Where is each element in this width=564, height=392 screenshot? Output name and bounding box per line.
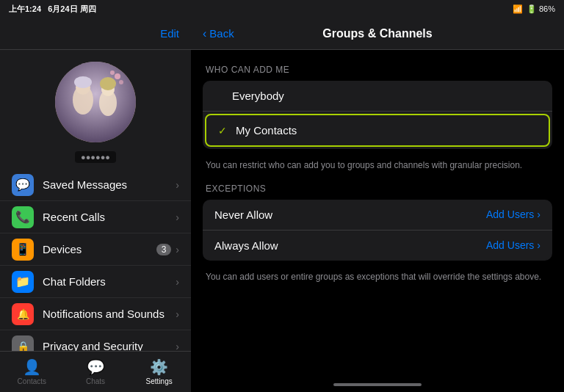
recent-calls-label: Recent Calls bbox=[43, 211, 176, 223]
chats-tab-icon: 💬 bbox=[87, 358, 105, 376]
svg-point-9 bbox=[119, 80, 123, 84]
svg-point-6 bbox=[100, 77, 116, 90]
tab-contacts[interactable]: 👤 Contacts bbox=[0, 358, 64, 385]
battery-icon: 🔋 86% bbox=[527, 4, 555, 14]
svg-point-7 bbox=[115, 73, 120, 79]
always-allow-add-users[interactable]: Add Users › bbox=[486, 239, 540, 251]
sidebar-item-recent-calls[interactable]: 📞 Recent Calls › bbox=[0, 201, 191, 233]
svg-point-5 bbox=[74, 76, 92, 88]
privacy-label: Privacy and Security bbox=[43, 340, 176, 351]
option-my-contacts[interactable]: ✓ My Contacts bbox=[205, 114, 550, 147]
sidebar-item-devices[interactable]: 📱 Devices 3 › bbox=[0, 233, 191, 266]
back-label: Back bbox=[209, 27, 234, 40]
never-allow-label: Never Allow bbox=[214, 208, 486, 221]
settings-tab-label: Settings bbox=[146, 377, 173, 385]
back-chevron-icon: ‹ bbox=[203, 27, 206, 40]
sidebar-item-privacy[interactable]: 🔒 Privacy and Security › bbox=[0, 330, 191, 351]
home-indicator bbox=[191, 377, 564, 392]
chat-folders-icon: 📁 bbox=[12, 271, 34, 293]
tab-chats[interactable]: 💬 Chats bbox=[64, 358, 128, 385]
settings-tab-icon: ⚙️ bbox=[150, 358, 168, 376]
sidebar-item-notifications[interactable]: 🔔 Notifications and Sounds › bbox=[0, 298, 191, 330]
wifi-icon: 📶 bbox=[513, 4, 523, 14]
privacy-icon: 🔒 bbox=[12, 335, 34, 352]
status-bar: 上午1:24 6月24日 周四 📶 🔋 86% bbox=[0, 0, 564, 18]
add-users-chevron-icon: › bbox=[537, 239, 540, 251]
right-content: WHO CAN ADD ME ✓ Everybody ✓ My Contacts… bbox=[191, 50, 564, 377]
profile-name: ●●●●●● bbox=[75, 151, 116, 163]
devices-icon: 📱 bbox=[12, 239, 34, 261]
devices-badge: 3 bbox=[156, 244, 172, 255]
chat-folders-label: Chat Folders bbox=[43, 275, 176, 288]
who-can-add-group: ✓ Everybody ✓ My Contacts bbox=[203, 81, 552, 149]
right-header: ‹ Back Groups & Channels bbox=[191, 18, 564, 50]
right-panel: ‹ Back Groups & Channels WHO CAN ADD ME … bbox=[191, 18, 564, 392]
add-users-label: Add Users bbox=[486, 239, 534, 251]
sidebar-menu: 💬 Saved Messages › 📞 Recent Calls › 📱 De… bbox=[0, 169, 191, 351]
everybody-label: Everybody bbox=[232, 90, 284, 102]
my-contacts-label: My Contacts bbox=[236, 124, 297, 137]
tab-settings[interactable]: ⚙️ Settings bbox=[127, 358, 191, 385]
chats-tab-label: Chats bbox=[86, 377, 105, 385]
profile-section: ●●●●●● bbox=[0, 50, 191, 169]
chevron-icon: › bbox=[176, 341, 179, 352]
notifications-label: Notifications and Sounds bbox=[43, 308, 176, 320]
add-users-chevron-icon: › bbox=[537, 208, 540, 220]
recent-calls-icon: 📞 bbox=[12, 206, 34, 228]
sidebar: Edit bbox=[0, 18, 191, 392]
edit-button[interactable]: Edit bbox=[160, 27, 179, 40]
avatar[interactable] bbox=[55, 62, 136, 142]
never-allow-item[interactable]: Never Allow Add Users › bbox=[203, 200, 552, 231]
chevron-icon: › bbox=[176, 276, 179, 288]
status-time: 上午1:24 6月24日 周四 bbox=[9, 4, 96, 15]
saved-messages-icon: 💬 bbox=[12, 174, 34, 196]
svg-point-8 bbox=[110, 70, 115, 75]
saved-messages-label: Saved Messages bbox=[43, 178, 176, 191]
tab-bar: 👤 Contacts 💬 Chats ⚙️ Settings bbox=[0, 351, 191, 392]
option-everybody[interactable]: ✓ Everybody bbox=[203, 81, 552, 112]
status-indicators: 📶 🔋 86% bbox=[513, 4, 555, 14]
devices-label: Devices bbox=[43, 243, 156, 255]
my-contacts-check: ✓ bbox=[218, 125, 230, 137]
who-can-add-note: You can restrict who can add you to grou… bbox=[203, 155, 552, 184]
never-allow-add-users[interactable]: Add Users › bbox=[486, 208, 540, 220]
always-allow-label: Always Allow bbox=[214, 239, 486, 252]
svg-rect-0 bbox=[55, 62, 136, 142]
chevron-icon: › bbox=[176, 244, 179, 255]
chevron-icon: › bbox=[176, 308, 179, 320]
who-can-add-section-label: WHO CAN ADD ME bbox=[203, 65, 552, 75]
exceptions-group: Never Allow Add Users › Always Allow Add… bbox=[203, 200, 552, 261]
exceptions-note: You can add users or entire groups as ex… bbox=[203, 266, 552, 295]
avatar-image bbox=[55, 62, 136, 142]
sidebar-header: Edit bbox=[0, 18, 191, 50]
exceptions-section-label: EXCEPTIONS bbox=[203, 184, 552, 194]
sidebar-item-chat-folders[interactable]: 📁 Chat Folders › bbox=[0, 266, 191, 298]
chevron-icon: › bbox=[176, 211, 179, 223]
always-allow-item[interactable]: Always Allow Add Users › bbox=[203, 231, 552, 261]
contacts-tab-icon: 👤 bbox=[23, 358, 41, 376]
chevron-icon: › bbox=[176, 179, 179, 191]
notifications-icon: 🔔 bbox=[12, 303, 34, 325]
sidebar-item-saved-messages[interactable]: 💬 Saved Messages › bbox=[0, 169, 191, 201]
back-button[interactable]: ‹ Back bbox=[203, 27, 234, 40]
contacts-tab-label: Contacts bbox=[18, 377, 46, 385]
home-bar bbox=[333, 383, 422, 386]
page-title: Groups & Channels bbox=[322, 27, 432, 40]
add-users-label: Add Users bbox=[486, 208, 534, 220]
